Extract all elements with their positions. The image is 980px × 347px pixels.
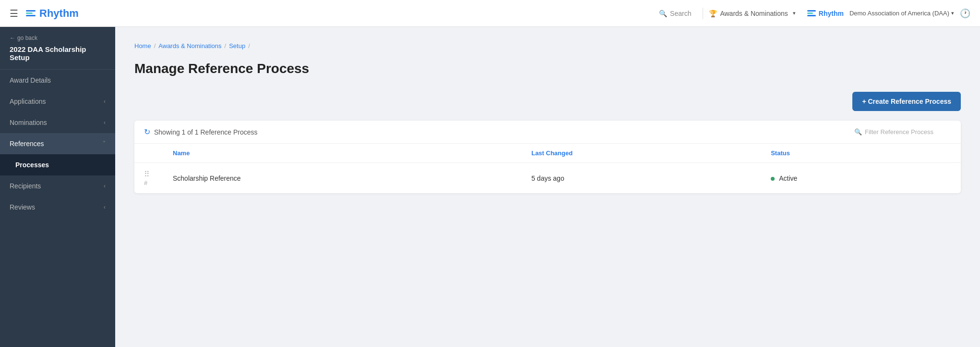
layout: ← go back 2022 DAA Scholarship Setup Awa… (0, 27, 980, 347)
breadcrumb-sep: / (225, 42, 227, 50)
svg-rect-0 (807, 10, 816, 12)
sidebar-item-reviews[interactable]: Reviews ‹ (0, 197, 115, 218)
hamburger-icon[interactable]: ☰ (10, 8, 18, 19)
main-content: Home / Awards & Nominations / Setup / Ma… (115, 27, 980, 347)
back-icon: ← (10, 35, 15, 41)
sidebar-item-label: References (10, 140, 44, 148)
row-name-cell[interactable]: Scholarship Reference (163, 163, 522, 194)
table-count: ↻ Showing 1 of 1 Reference Process (144, 127, 258, 136)
table-row: ⠿ # Scholarship Reference 5 days ago Act… (134, 163, 961, 194)
row-status-cell: Active (761, 163, 961, 194)
sidebar-item-award-details[interactable]: Award Details (0, 70, 115, 91)
sidebar-item-recipients[interactable]: Recipients ‹ (0, 175, 115, 197)
chevron-right-icon: ‹ (104, 204, 106, 211)
sidebar-item-nominations[interactable]: Nominations ‹ (0, 112, 115, 133)
app-logo[interactable]: Rhythm (26, 7, 79, 20)
sidebar-item-processes[interactable]: Processes (0, 154, 115, 175)
logo-icon (26, 10, 36, 16)
sidebar-title: 2022 DAA Scholarship Setup (0, 43, 115, 70)
chevron-down-icon: ▾ (793, 10, 796, 16)
chevron-down-icon: ▾ (951, 10, 954, 16)
col-name-header[interactable]: Name (163, 144, 522, 163)
breadcrumb-sep: / (154, 42, 156, 50)
status-dot-icon (771, 177, 775, 181)
create-reference-button[interactable]: + Create Reference Process (852, 92, 961, 111)
row-actions-cell: ⠿ # (134, 163, 163, 194)
nav-right: Rhythm Demo Association of America (DAA)… (807, 8, 970, 19)
sidebar-item-label: Reviews (10, 203, 35, 211)
action-bar: + Create Reference Process (134, 92, 961, 111)
breadcrumb-home[interactable]: Home (134, 42, 151, 50)
svg-rect-2 (807, 15, 816, 16)
filter-search-icon: 🔍 (854, 128, 862, 136)
reference-table: Name Last Changed Status ⠿ (134, 144, 961, 193)
brand-icon (807, 10, 816, 17)
sidebar-item-references[interactable]: References ˅ (0, 133, 115, 154)
breadcrumb-awards[interactable]: Awards & Nominations (158, 42, 221, 50)
sidebar-item-applications[interactable]: Applications ‹ (0, 91, 115, 112)
table-header-row: Name Last Changed Status (134, 144, 961, 163)
search-icon: 🔍 (659, 10, 667, 17)
sidebar-item-label: Applications (10, 98, 46, 105)
drag-handle-icon[interactable]: ⠿ (144, 170, 150, 178)
row-number: # (144, 179, 147, 186)
trophy-icon: 🏆 (709, 10, 717, 17)
awards-nav-button[interactable]: 🏆 Awards & Nominations ▾ (709, 10, 795, 17)
brand-label: Rhythm (819, 10, 844, 17)
svg-rect-1 (807, 12, 813, 14)
search-button[interactable]: 🔍 Search (653, 7, 697, 20)
table-toolbar: ↻ Showing 1 of 1 Reference Process 🔍 (134, 121, 961, 144)
col-actions-header (134, 144, 163, 163)
status-label: Active (779, 174, 797, 182)
clock-icon[interactable]: 🕐 (960, 8, 970, 19)
refresh-icon[interactable]: ↻ (144, 127, 150, 136)
breadcrumb-setup[interactable]: Setup (229, 42, 245, 50)
chevron-down-icon: ˅ (103, 140, 106, 147)
breadcrumb: Home / Awards & Nominations / Setup / (134, 42, 961, 50)
awards-label: Awards & Nominations (720, 10, 788, 17)
col-status-header[interactable]: Status (761, 144, 961, 163)
sidebar-item-label: Recipients (10, 182, 41, 190)
sidebar-item-label: Nominations (10, 119, 47, 126)
back-label: go back (17, 35, 37, 41)
sidebar-item-label: Award Details (10, 76, 51, 84)
col-changed-header[interactable]: Last Changed (522, 144, 761, 163)
chevron-right-icon: ‹ (104, 119, 106, 126)
chevron-right-icon: ‹ (104, 98, 106, 105)
org-label: Demo Association of America (DAA) (849, 10, 949, 17)
app-brand: Rhythm (807, 10, 844, 17)
table-card: ↻ Showing 1 of 1 Reference Process 🔍 Nam… (134, 121, 961, 193)
filter-input[interactable] (865, 128, 951, 136)
sidebar: ← go back 2022 DAA Scholarship Setup Awa… (0, 27, 115, 347)
org-selector[interactable]: Demo Association of America (DAA) ▾ (849, 10, 954, 17)
page-title: Manage Reference Process (134, 61, 961, 76)
nav-divider (703, 8, 703, 19)
breadcrumb-sep: / (248, 42, 250, 50)
back-button[interactable]: ← go back (0, 27, 115, 43)
filter-area: 🔍 (854, 128, 951, 136)
logo-text: Rhythm (39, 7, 79, 20)
row-changed-cell: 5 days ago (522, 163, 761, 194)
chevron-right-icon: ‹ (104, 183, 106, 189)
sidebar-item-label: Processes (15, 161, 49, 169)
search-label: Search (670, 10, 691, 17)
count-label: Showing 1 of 1 Reference Process (154, 128, 258, 136)
top-nav: ☰ Rhythm 🔍 Search 🏆 Awards & Nominations… (0, 0, 980, 27)
